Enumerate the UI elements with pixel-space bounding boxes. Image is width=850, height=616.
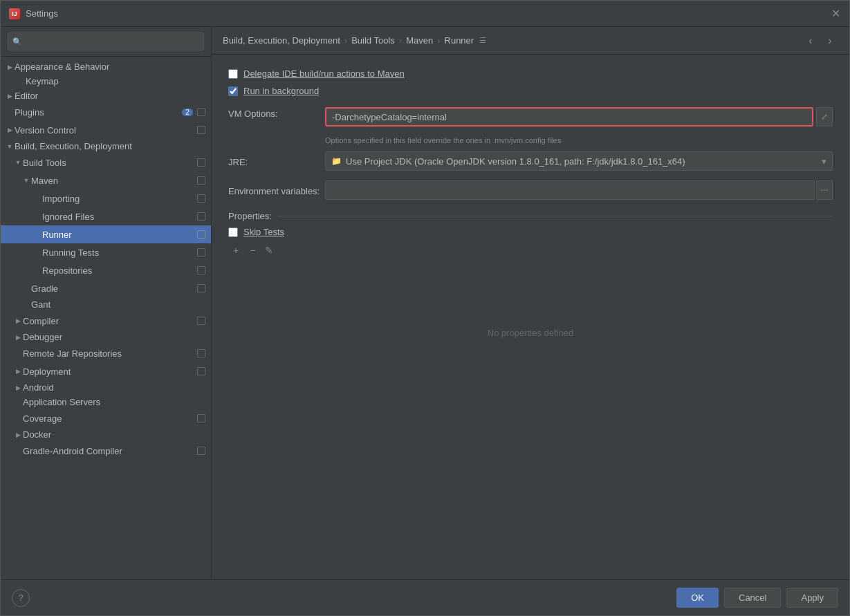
- sidebar-item-debugger[interactable]: ▶ Debugger: [1, 330, 211, 344]
- breadcrumb-part-3[interactable]: Maven: [406, 35, 433, 46]
- settings-icon: [194, 281, 208, 295]
- sidebar-item-gradle[interactable]: Gradle: [1, 279, 211, 297]
- background-row: Run in background: [228, 86, 833, 96]
- apply-button[interactable]: Apply: [786, 588, 838, 608]
- sidebar-item-compiler[interactable]: ▶ Compiler: [1, 312, 211, 330]
- app-icon: IJ: [9, 8, 20, 19]
- env-vars-button[interactable]: ⋯: [816, 180, 833, 200]
- settings-icon: [194, 314, 208, 328]
- sidebar-item-running-tests[interactable]: Running Tests: [1, 243, 211, 261]
- sidebar-item-app-servers[interactable]: Application Servers: [1, 395, 211, 409]
- delegate-label: Delegate IDE build/run actions to Maven: [243, 68, 833, 79]
- sidebar-item-coverage[interactable]: Coverage: [1, 409, 211, 427]
- settings-icon: [194, 444, 208, 458]
- skip-tests-checkbox[interactable]: [228, 227, 238, 237]
- plugins-badge: 2: [182, 109, 193, 116]
- sidebar-item-label: Build Tools: [23, 158, 194, 168]
- vm-expand-button[interactable]: ⤢: [816, 107, 833, 127]
- sidebar-item-repositories[interactable]: Repositories: [1, 261, 211, 279]
- help-button[interactable]: ?: [12, 589, 30, 607]
- jre-label: JRE:: [228, 156, 325, 167]
- breadcrumb-menu-icon[interactable]: ☰: [479, 36, 486, 45]
- arrow-icon: ▼: [21, 177, 31, 184]
- sidebar-item-label: Gradle: [31, 283, 194, 294]
- sidebar-item-plugins[interactable]: Plugins 2: [1, 103, 211, 121]
- sidebar-item-docker[interactable]: ▶ Docker: [1, 427, 211, 442]
- sidebar-item-label: Importing: [42, 194, 194, 204]
- add-property-button[interactable]: +: [228, 243, 243, 258]
- vm-options-wrap: ⤢: [325, 107, 833, 127]
- settings-icon: [194, 263, 208, 277]
- remove-property-button[interactable]: −: [245, 243, 260, 258]
- settings-icon: [194, 364, 208, 378]
- sidebar-item-label: Build, Execution, Deployment: [15, 141, 211, 151]
- bottom-bar: ? OK Cancel Apply: [1, 579, 849, 615]
- sidebar-item-android[interactable]: ▶ Android: [1, 380, 211, 395]
- sidebar-item-runner[interactable]: Runner: [1, 225, 211, 243]
- background-label: Run in background: [243, 86, 833, 96]
- dropdown-arrow-icon: ▾: [822, 156, 826, 167]
- search-wrap[interactable]: 🔍: [8, 32, 204, 50]
- jre-value: Use Project JDK (Oracle OpenJDK version …: [346, 156, 819, 167]
- settings-icon: [194, 156, 208, 169]
- sidebar-item-label: Gradle-Android Compiler: [23, 446, 194, 456]
- sidebar-item-remote-jar[interactable]: Remote Jar Repositories: [1, 344, 211, 362]
- arrow-icon: ▶: [13, 431, 23, 438]
- breadcrumb-separator-3: ›: [437, 35, 440, 46]
- breadcrumb: Build, Execution, Deployment › Build Too…: [223, 35, 486, 46]
- sidebar-item-label: Docker: [23, 429, 211, 440]
- delegate-checkbox[interactable]: [228, 69, 238, 79]
- sidebar-item-build-tools[interactable]: ▼ Build Tools: [1, 153, 211, 171]
- close-button[interactable]: ✕: [830, 8, 841, 19]
- vm-options-label: VM Options:: [228, 107, 325, 119]
- sidebar-item-label: Application Servers: [23, 397, 211, 407]
- delegate-row: Delegate IDE build/run actions to Maven: [228, 68, 833, 79]
- vm-options-input[interactable]: [325, 107, 813, 127]
- sidebar-item-label: Repositories: [42, 265, 194, 276]
- sidebar-item-gant[interactable]: Gant: [1, 297, 211, 312]
- arrow-icon: ▶: [5, 127, 15, 133]
- jre-row: JRE: 📁 Use Project JDK (Oracle OpenJDK v…: [228, 151, 833, 171]
- window-title: Settings: [26, 8, 830, 19]
- breadcrumb-bar: Build, Execution, Deployment › Build Too…: [212, 27, 849, 55]
- titlebar: IJ Settings ✕: [1, 1, 849, 27]
- breadcrumb-part-2[interactable]: Build Tools: [351, 35, 395, 46]
- sidebar-item-deployment[interactable]: ▶ Deployment: [1, 362, 211, 380]
- ok-button[interactable]: OK: [676, 588, 719, 608]
- sidebar-item-maven[interactable]: ▼ Maven: [1, 171, 211, 189]
- env-vars-label: Environment variables:: [228, 185, 325, 196]
- arrow-icon: ▶: [13, 317, 23, 324]
- sidebar-item-importing[interactable]: Importing: [1, 189, 211, 207]
- sidebar-item-editor[interactable]: ▶ Editor: [1, 88, 211, 103]
- settings-window: IJ Settings ✕ 🔍 ▶ Appearance & Behavior: [0, 0, 850, 616]
- sidebar-item-appearance[interactable]: ▶ Appearance & Behavior: [1, 59, 211, 74]
- vm-options-row: VM Options: ⤢: [228, 107, 833, 127]
- nav-forward-button[interactable]: ›: [822, 32, 838, 49]
- settings-icon: [194, 105, 208, 119]
- properties-section: Properties: Skip Tests + − ✎: [228, 211, 833, 402]
- edit-property-button[interactable]: ✎: [261, 243, 277, 258]
- sidebar: 🔍 ▶ Appearance & Behavior Keymap ▶: [1, 27, 212, 579]
- cancel-button[interactable]: Cancel: [724, 588, 781, 608]
- env-vars-input[interactable]: [325, 180, 815, 200]
- jre-dropdown[interactable]: 📁 Use Project JDK (Oracle OpenJDK versio…: [325, 151, 833, 171]
- search-bar: 🔍: [1, 27, 211, 57]
- sidebar-item-label: Deployment: [23, 366, 194, 377]
- settings-icon: [194, 227, 208, 241]
- properties-header: Properties:: [228, 211, 833, 221]
- sidebar-item-keymap[interactable]: Keymap: [1, 74, 211, 88]
- sidebar-item-version-control[interactable]: ▶ Version Control: [1, 121, 211, 139]
- sidebar-item-gradle-android[interactable]: Gradle-Android Compiler: [1, 442, 211, 460]
- background-checkbox[interactable]: [228, 86, 238, 96]
- search-input[interactable]: [25, 37, 199, 47]
- arrow-icon: ▶: [13, 334, 23, 341]
- arrow-icon: ▶: [5, 64, 15, 71]
- breadcrumb-part-1[interactable]: Build, Execution, Deployment: [223, 35, 340, 46]
- sidebar-item-ignored-files[interactable]: Ignored Files: [1, 207, 211, 225]
- sidebar-item-build-execution[interactable]: ▼ Build, Execution, Deployment: [1, 139, 211, 153]
- settings-icon: [194, 411, 208, 425]
- nav-back-button[interactable]: ‹: [802, 32, 819, 49]
- properties-toolbar: + − ✎: [228, 243, 833, 258]
- breadcrumb-separator-1: ›: [344, 35, 347, 46]
- vm-options-hint: Options specified in this field override…: [325, 136, 833, 144]
